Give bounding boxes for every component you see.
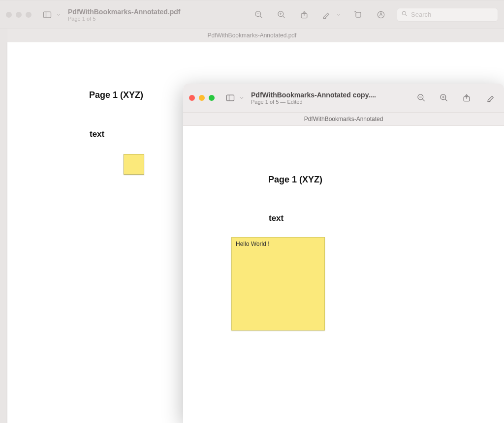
sticky-note-text: Hello World ! bbox=[236, 241, 269, 247]
tab-bar: PdfWithBookmarks-Annotated bbox=[183, 112, 504, 126]
page-heading: Page 1 (XYZ) bbox=[268, 175, 322, 185]
share-button[interactable] bbox=[297, 8, 311, 22]
fullscreen-button[interactable] bbox=[209, 95, 215, 101]
titlebar: PdfWithBookmarks-Annotated copy.... Page… bbox=[183, 84, 504, 112]
window-title: PdfWithBookmarks-Annotated.pdf bbox=[68, 8, 181, 16]
rotate-button[interactable] bbox=[351, 8, 365, 22]
window-subtitle: Page 1 of 5 bbox=[68, 16, 181, 22]
page-gutter bbox=[0, 29, 7, 423]
svg-line-6 bbox=[283, 16, 285, 18]
sidebar-toggle-button[interactable] bbox=[40, 8, 54, 22]
zoom-in-button[interactable] bbox=[275, 8, 288, 22]
sticky-note-annotation[interactable]: Hello World ! bbox=[231, 237, 325, 331]
window-subtitle: Page 1 of 5 — Edited bbox=[251, 99, 376, 105]
fullscreen-button[interactable] bbox=[26, 12, 32, 18]
highlight-button[interactable] bbox=[320, 8, 334, 22]
sidebar-menu-chevron-icon[interactable] bbox=[238, 91, 245, 105]
toolbar-actions bbox=[252, 8, 498, 22]
svg-point-15 bbox=[402, 11, 406, 15]
search-input[interactable] bbox=[411, 11, 494, 18]
close-button[interactable] bbox=[189, 95, 195, 101]
svg-rect-0 bbox=[44, 12, 51, 18]
svg-line-20 bbox=[423, 99, 425, 101]
page-text: text bbox=[269, 213, 284, 223]
window-title: PdfWithBookmarks-Annotated copy.... bbox=[251, 91, 376, 99]
toolbar-actions bbox=[414, 91, 498, 105]
page-heading: Page 1 (XYZ) bbox=[89, 90, 143, 100]
sidebar-menu-chevron-icon[interactable] bbox=[55, 8, 62, 22]
zoom-in-button[interactable] bbox=[437, 91, 451, 105]
svg-line-16 bbox=[406, 14, 407, 16]
tab-label[interactable]: PdfWithBookmarks-Annotated bbox=[304, 116, 383, 122]
zoom-out-button[interactable] bbox=[252, 8, 266, 22]
close-button[interactable] bbox=[6, 12, 12, 18]
tab-label[interactable]: PdfWithBookmarks-Annotated.pdf bbox=[208, 32, 297, 39]
traffic-lights bbox=[6, 12, 32, 18]
search-icon bbox=[401, 10, 408, 19]
minimize-button[interactable] bbox=[199, 95, 205, 101]
title-block: PdfWithBookmarks-Annotated copy.... Page… bbox=[249, 91, 376, 105]
markup-toolbar-button[interactable] bbox=[374, 8, 388, 22]
share-button[interactable] bbox=[460, 91, 473, 105]
zoom-out-button[interactable] bbox=[414, 91, 428, 105]
svg-line-3 bbox=[260, 16, 262, 18]
svg-rect-17 bbox=[227, 95, 234, 101]
tab-bar: PdfWithBookmarks-Annotated.pdf bbox=[0, 29, 504, 42]
titlebar: PdfWithBookmarks-Annotated.pdf Page 1 of… bbox=[0, 0, 504, 29]
minimize-button[interactable] bbox=[16, 12, 22, 18]
svg-line-23 bbox=[445, 99, 447, 101]
traffic-lights bbox=[189, 95, 215, 101]
sticky-note-annotation[interactable] bbox=[124, 154, 144, 175]
preview-window-annotated-copy: PdfWithBookmarks-Annotated copy.... Page… bbox=[183, 84, 504, 423]
search-field[interactable] bbox=[397, 8, 498, 22]
highlight-button[interactable] bbox=[484, 91, 498, 105]
highlight-menu-chevron-icon[interactable] bbox=[335, 8, 343, 22]
title-block: PdfWithBookmarks-Annotated.pdf Page 1 of… bbox=[66, 8, 181, 22]
sidebar-toggle-button[interactable] bbox=[223, 91, 237, 105]
svg-rect-12 bbox=[356, 12, 361, 17]
page-text: text bbox=[90, 129, 104, 139]
